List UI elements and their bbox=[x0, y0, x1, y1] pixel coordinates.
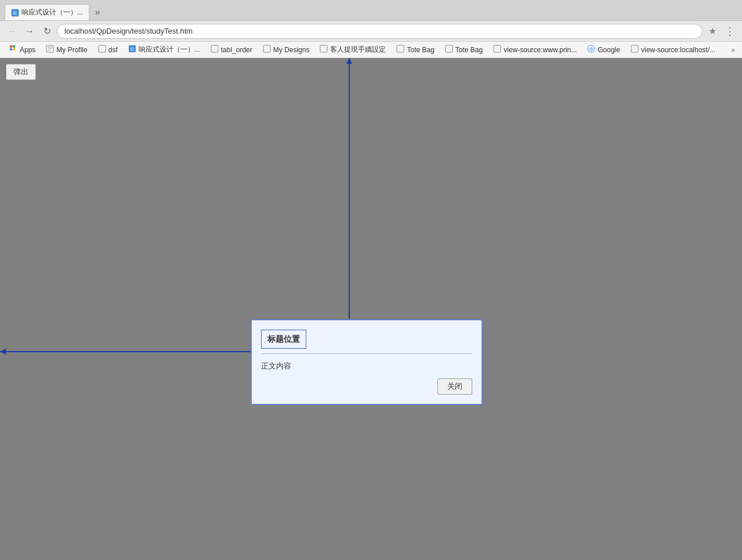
svg-text:C: C bbox=[13, 10, 17, 16]
page-icon-designs bbox=[263, 45, 271, 55]
page-icon-customer bbox=[320, 45, 328, 55]
bookmark-google[interactable]: G Google bbox=[582, 44, 625, 56]
axis-vertical bbox=[349, 58, 350, 354]
bookmark-google-label: Google bbox=[598, 46, 620, 54]
svg-rect-2 bbox=[10, 45, 12, 48]
page-icon-profile bbox=[46, 45, 54, 55]
bookmark-customer-submit[interactable]: 客人提現手續設定 bbox=[315, 44, 390, 56]
bookmark-my-designs-label: My Designs bbox=[273, 46, 310, 54]
bookmark-dsf-label: dsf bbox=[108, 46, 118, 54]
page-icon-tote1 bbox=[396, 45, 404, 55]
bookmark-vsprint-label: view-source:www.prin... bbox=[504, 46, 577, 54]
active-tab[interactable]: C 响应式设计（一）... bbox=[5, 4, 89, 20]
menu-button[interactable]: ⋮ bbox=[722, 24, 737, 39]
bookmark-tote1-label: Tote Bag bbox=[407, 46, 434, 54]
bookmark-my-profile[interactable]: My Profile bbox=[41, 44, 92, 56]
dialog-footer: 关闭 bbox=[261, 376, 472, 395]
dialog-content: 正文内容 bbox=[261, 361, 472, 371]
nav-bar: ← → ↻ localhost/QpDesign/test/studyTest.… bbox=[0, 21, 742, 42]
dialog: 标题位置 正文内容 关闭 bbox=[251, 319, 483, 405]
tab-favicon: C bbox=[11, 9, 19, 17]
apps-grid-icon bbox=[9, 45, 17, 55]
svg-rect-13 bbox=[211, 45, 218, 52]
bookmark-apps[interactable]: Apps bbox=[5, 44, 40, 56]
dialog-title: 标题位置 bbox=[267, 334, 300, 344]
google-icon: G bbox=[587, 45, 595, 55]
bookmark-vslocalhost-label: view-source:localhost/... bbox=[641, 46, 715, 54]
page-content: 弹出 标题位置 正文内容 关闭 bbox=[0, 58, 742, 560]
page-icon-vsprint bbox=[493, 45, 501, 55]
page-icon-tabl bbox=[211, 45, 219, 55]
svg-rect-16 bbox=[397, 45, 404, 52]
svg-rect-3 bbox=[13, 45, 15, 48]
bookmark-view-source-localhost[interactable]: view-source:localhost/... bbox=[626, 44, 720, 56]
dialog-title-box: 标题位置 bbox=[261, 330, 306, 349]
bookmarks-more-button[interactable]: » bbox=[729, 46, 737, 54]
bookmark-view-source-print[interactable]: view-source:www.prin... bbox=[488, 44, 581, 56]
svg-rect-17 bbox=[446, 45, 453, 52]
page-icon-vslocalhost bbox=[631, 45, 639, 55]
address-bar[interactable]: localhost/QpDesign/test/studyTest.htm bbox=[57, 24, 703, 39]
dialog-close-button[interactable]: 关闭 bbox=[437, 378, 472, 395]
tab-more-button[interactable]: » bbox=[89, 4, 106, 20]
bookmarks-bar: Apps My Profile dsf bbox=[0, 42, 742, 58]
bookmark-tote2-label: Tote Bag bbox=[455, 46, 483, 54]
bookmark-customer-label: 客人提現手續設定 bbox=[330, 45, 386, 55]
bookmark-responsive[interactable]: C 响应式设计（一）... bbox=[124, 44, 205, 56]
bookmark-my-profile-label: My Profile bbox=[56, 46, 87, 54]
bookmark-tote-bag-1[interactable]: Tote Bag bbox=[392, 44, 439, 56]
svg-rect-5 bbox=[13, 48, 15, 50]
bookmark-star-button[interactable]: ★ bbox=[705, 24, 720, 39]
reload-button[interactable]: ↻ bbox=[39, 24, 55, 39]
svg-rect-21 bbox=[631, 45, 638, 52]
bookmark-tote-bag-2[interactable]: Tote Bag bbox=[440, 44, 487, 56]
bookmark-tabl-label: tabl_order bbox=[221, 46, 252, 54]
svg-text:G: G bbox=[589, 46, 593, 52]
page-icon-dsf bbox=[98, 45, 106, 55]
tab-bar: C 响应式设计（一）... » bbox=[0, 0, 742, 21]
svg-rect-10 bbox=[99, 45, 106, 52]
tab-label: 响应式设计（一）... bbox=[21, 8, 83, 17]
svg-rect-15 bbox=[320, 45, 327, 52]
forward-button[interactable]: → bbox=[22, 24, 37, 39]
svg-rect-4 bbox=[10, 48, 12, 50]
bookmark-apps-label: Apps bbox=[20, 46, 35, 54]
bookmark-tabl-order[interactable]: tabl_order bbox=[206, 44, 257, 56]
bookmark-dsf[interactable]: dsf bbox=[93, 44, 122, 56]
dialog-title-area: 标题位置 bbox=[261, 330, 472, 354]
svg-rect-14 bbox=[263, 45, 270, 52]
svg-text:C: C bbox=[131, 47, 133, 51]
pop-button[interactable]: 弹出 bbox=[6, 64, 36, 80]
browser-chrome: C 响应式设计（一）... » ← → ↻ localhost/QpDesign… bbox=[0, 0, 742, 58]
bookmark-my-designs[interactable]: My Designs bbox=[258, 44, 314, 56]
address-text: localhost/QpDesign/test/studyTest.htm bbox=[64, 27, 193, 35]
svg-rect-18 bbox=[494, 45, 501, 52]
bookmark-responsive-label: 响应式设计（一）... bbox=[139, 45, 200, 55]
page-icon-tote2 bbox=[445, 45, 453, 55]
back-button[interactable]: ← bbox=[5, 24, 20, 39]
colored-page-icon-responsive: C bbox=[128, 45, 136, 55]
